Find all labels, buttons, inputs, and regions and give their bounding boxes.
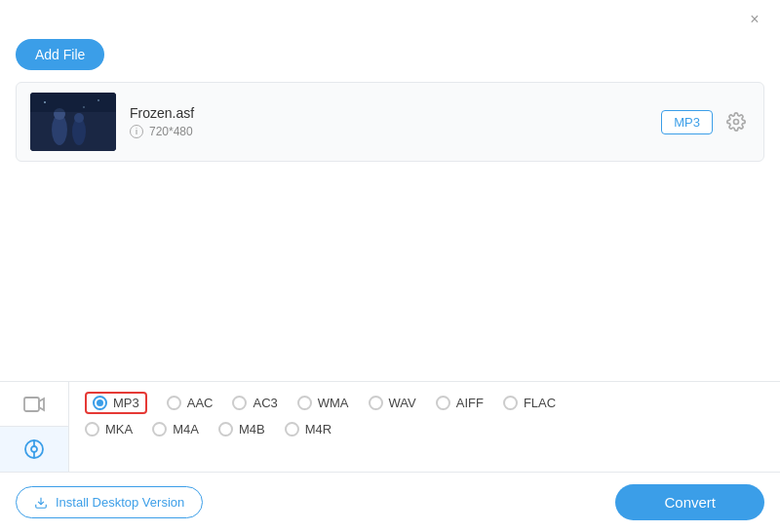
format-option-wma[interactable]: WMA [297, 392, 349, 414]
format-label-mka: MKA [105, 422, 133, 437]
format-option-mp3[interactable]: MP3 [85, 392, 147, 414]
audio-icon [22, 437, 46, 461]
format-option-mka[interactable]: MKA [85, 422, 133, 437]
format-label-m4b: M4B [239, 422, 265, 437]
audio-tab[interactable] [0, 427, 68, 472]
format-label-ac3: AC3 [253, 396, 277, 410]
bottom-panel: MP3 AAC AC3 WMA WAV [0, 381, 780, 532]
svg-rect-6 [30, 93, 116, 112]
format-option-m4b[interactable]: M4B [218, 422, 265, 437]
radio-aiff [436, 396, 450, 410]
format-label-wav: WAV [389, 396, 416, 410]
radio-m4r [285, 422, 299, 437]
svg-rect-11 [24, 398, 39, 411]
format-row-1: MP3 AAC AC3 WMA WAV [85, 392, 764, 414]
format-option-flac[interactable]: FLAC [503, 392, 556, 414]
radio-aac [167, 396, 181, 410]
file-actions: MP3 [661, 108, 750, 135]
radio-m4b [218, 422, 233, 437]
convert-button[interactable]: Convert [615, 484, 764, 520]
svg-point-13 [31, 446, 37, 452]
format-label-wma: WMA [318, 396, 349, 410]
format-option-wav[interactable]: WAV [369, 392, 416, 414]
format-label-aiff: AIFF [456, 396, 484, 410]
download-icon [34, 496, 48, 510]
video-tab[interactable] [0, 382, 68, 427]
settings-button[interactable] [722, 108, 750, 135]
radio-ac3 [232, 396, 247, 410]
format-label-aac: AAC [187, 396, 214, 410]
title-bar: × [0, 0, 780, 35]
file-name: Frozen.asf [130, 105, 647, 121]
radio-m4a [152, 422, 167, 437]
format-option-ac3[interactable]: AC3 [232, 392, 277, 414]
format-options: MP3 AAC AC3 WMA WAV [69, 382, 780, 472]
file-list: Frozen.asf i 720*480 MP3 [16, 82, 764, 162]
main-content [0, 162, 780, 376]
toolbar: Add File [0, 35, 780, 82]
file-info: Frozen.asf i 720*480 [130, 105, 647, 138]
format-label-m4a: M4A [173, 422, 199, 437]
radio-mp3-inner [97, 399, 103, 406]
format-option-m4a[interactable]: M4A [152, 422, 199, 437]
svg-point-5 [74, 113, 84, 123]
format-label-m4r: M4R [305, 422, 332, 437]
svg-point-7 [44, 101, 46, 103]
svg-point-10 [734, 120, 739, 125]
file-resolution: 720*480 [149, 125, 193, 138]
radio-wma [297, 396, 312, 410]
action-bar: Install Desktop Version Convert [0, 473, 780, 532]
video-icon [22, 393, 46, 416]
close-button[interactable]: × [745, 10, 764, 29]
format-option-aiff[interactable]: AIFF [436, 392, 484, 414]
radio-mp3 [93, 396, 107, 410]
format-panel: MP3 AAC AC3 WMA WAV [0, 382, 780, 473]
add-file-button[interactable]: Add File [16, 39, 104, 70]
file-meta: i 720*480 [130, 125, 647, 138]
format-option-aac[interactable]: AAC [167, 392, 214, 414]
format-label-mp3: MP3 [113, 396, 139, 410]
install-label: Install Desktop Version [56, 495, 184, 510]
format-option-m4r[interactable]: M4R [285, 422, 332, 437]
radio-wav [369, 396, 383, 410]
radio-mka [85, 422, 99, 437]
media-type-tabs [0, 382, 69, 472]
file-thumbnail [30, 93, 116, 151]
info-icon: i [130, 125, 143, 138]
radio-flac [503, 396, 518, 410]
install-desktop-button[interactable]: Install Desktop Version [16, 486, 203, 518]
svg-point-8 [98, 99, 99, 101]
svg-point-9 [83, 106, 85, 108]
format-row-2: MKA M4A M4B M4R [85, 422, 764, 437]
format-label-flac: FLAC [524, 396, 556, 410]
file-format-badge[interactable]: MP3 [661, 110, 713, 134]
